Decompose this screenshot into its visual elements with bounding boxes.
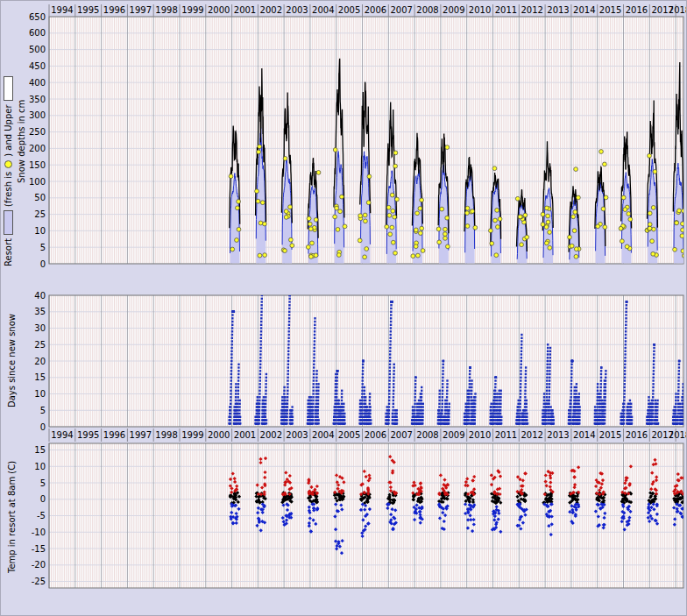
days-dot [361, 419, 363, 421]
days-dot [490, 409, 492, 411]
days-dot [500, 416, 502, 418]
days-dot [310, 396, 312, 398]
days-dot [656, 406, 658, 407]
days-dot [364, 390, 365, 392]
days-dot [259, 353, 261, 355]
days-dot [652, 400, 654, 401]
days-dot [389, 370, 391, 372]
days-dot [678, 373, 680, 375]
days-dot [520, 386, 521, 388]
days-dot [318, 419, 320, 421]
days-dot [260, 337, 262, 339]
days-dot [414, 377, 416, 379]
fresh-snow-dot [256, 199, 260, 203]
fresh-snow-dot [650, 239, 655, 244]
days-dot [548, 403, 549, 405]
days-dot [260, 311, 262, 313]
days-dot [421, 419, 423, 421]
days-dot [624, 364, 626, 365]
days-dot [474, 393, 476, 394]
days-dot [230, 393, 231, 394]
days-dot [500, 390, 502, 392]
days-dot [230, 350, 232, 352]
days-dot [414, 390, 416, 392]
days-dot [624, 390, 626, 392]
days-dot [545, 409, 547, 411]
y-tick-label: 300 [29, 110, 46, 120]
days-dot [389, 373, 391, 375]
days-dot [577, 403, 579, 405]
days-dot [235, 390, 237, 392]
fresh-snow-dot [284, 209, 288, 214]
days-dot [266, 379, 267, 381]
fresh-snow-dot [570, 244, 574, 248]
fresh-snow-dot [411, 254, 415, 258]
days-dot [283, 386, 285, 388]
days-dot [259, 364, 261, 365]
days-dot [231, 317, 233, 319]
days-dot [468, 393, 470, 394]
days-dot [546, 390, 548, 392]
days-dot [526, 413, 528, 414]
days-dot [625, 330, 627, 332]
days-dot [630, 409, 632, 411]
days-dot [315, 377, 317, 379]
days-dot [653, 373, 655, 375]
days-dot [230, 422, 231, 424]
days-dot [651, 422, 653, 424]
days-dot [317, 390, 319, 392]
days-dot [469, 370, 471, 372]
days-dot [336, 370, 338, 372]
days-dot [313, 357, 315, 358]
days-dot [570, 419, 571, 421]
days-dot [362, 366, 364, 368]
days-dot [287, 350, 289, 352]
days-dot [624, 370, 626, 372]
days-dot [414, 403, 415, 405]
y-tick-label: -20 [32, 560, 46, 570]
days-dot [604, 406, 606, 407]
days-dot [393, 379, 394, 381]
days-dot [570, 370, 572, 372]
year-label: 2009 [443, 430, 464, 440]
y-tick-label: 20 [34, 357, 46, 366]
fresh-snow-dot [363, 255, 367, 259]
fresh-snow-dot [306, 245, 310, 250]
fresh-snow-dot [335, 206, 339, 210]
days-dot [656, 413, 658, 414]
year-label: 1999 [181, 5, 203, 15]
days-dot [549, 350, 551, 352]
days-dot [259, 370, 261, 372]
days-dot [442, 386, 443, 388]
year-label: 2002 [260, 5, 282, 15]
year-label: 2004 [312, 5, 334, 15]
days-dot [317, 403, 319, 405]
days-since-snow-panel: 0510152025303540 [34, 291, 683, 432]
y-tick-label: 15 [34, 445, 46, 455]
days-dot [499, 403, 501, 405]
days-dot [474, 422, 476, 424]
year-label: 1998 [155, 430, 177, 440]
days-dot [630, 413, 632, 414]
days-dot [547, 360, 549, 362]
days-dot [546, 379, 548, 381]
days-dot [259, 379, 261, 381]
days-dot [552, 416, 554, 418]
days-dot [653, 370, 655, 372]
days-dot [361, 416, 363, 418]
fresh-snow-dot [387, 213, 392, 217]
days-dot [388, 413, 390, 414]
days-dot [421, 400, 422, 401]
days-dot [652, 413, 654, 414]
days-dot [233, 311, 235, 313]
days-dot [625, 327, 627, 329]
days-dot [524, 393, 526, 394]
days-dot [521, 343, 522, 345]
days-dot [389, 353, 391, 355]
days-dot [596, 413, 598, 414]
days-dot [652, 386, 654, 388]
days-dot [392, 416, 393, 418]
days-dot [519, 419, 521, 421]
days-dot [652, 379, 654, 381]
days-dot [230, 386, 231, 388]
